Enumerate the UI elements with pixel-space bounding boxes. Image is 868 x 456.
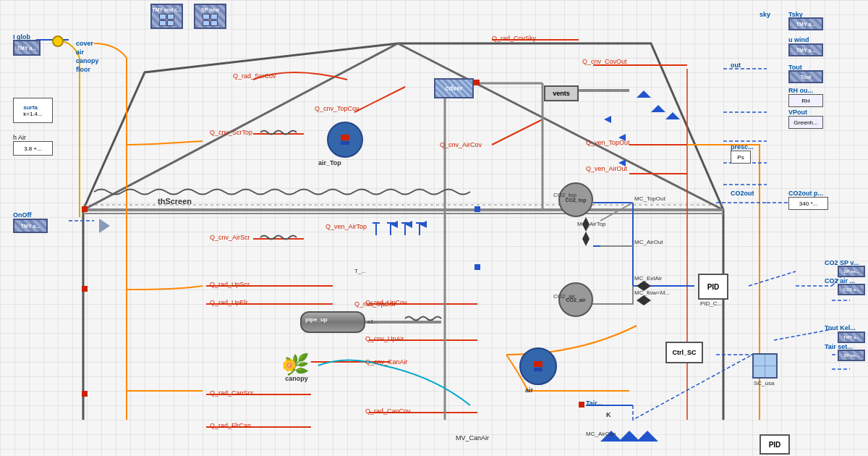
co2-top-text: CO2_top <box>553 192 576 198</box>
co2-top-node[interactable]: CO2_top <box>558 182 593 217</box>
q-cnv-aircov: Q_cnv_AirCov <box>440 141 482 148</box>
svg-rect-16 <box>82 391 88 397</box>
k-val-label: k=1.4... <box>23 111 42 117</box>
surfa-block[interactable]: surfa k=1.4... <box>13 98 53 123</box>
tmy-block-top1-label: TMY and c... <box>152 7 182 12</box>
val340-label: 340 *... <box>799 200 817 207</box>
q-rad-scrcov: Q_rad_ScrCov <box>233 72 276 80</box>
tmy-sky-block[interactable]: TMY a... <box>788 17 823 30</box>
svg-rect-15 <box>82 286 88 292</box>
k-label: K <box>606 411 611 418</box>
tmy-tk-block[interactable]: TMY a... <box>838 332 865 343</box>
sc-usa-block[interactable] <box>752 353 778 379</box>
sp-ne-t-label: SP ne... <box>843 353 859 358</box>
mc-aircan-label: MC_AirCan <box>586 431 616 437</box>
sp-ne-co2-label: SP ne... <box>843 269 859 274</box>
tmy-block-top2-label: SP new <box>201 7 219 12</box>
tair-r-label: Tair... <box>586 400 603 407</box>
svg-marker-25 <box>405 221 412 228</box>
cover-block[interactable]: cdver <box>434 78 474 98</box>
q-ven-airout: Q_ven_AirOut <box>586 165 627 172</box>
canopy-block[interactable]: 🌿 canopy <box>271 355 322 413</box>
pid-bot-block[interactable]: PID <box>760 434 790 455</box>
onoff-arrow <box>99 219 110 233</box>
air-main-label: air <box>525 387 533 394</box>
vents-block[interactable]: vents <box>544 85 579 101</box>
h-air-block[interactable]: 3.8 +... <box>13 141 53 156</box>
q-cnv-topcov: Q_cnv_TopCov <box>315 105 359 112</box>
q-rad-upelr: Q_rad_UpElr <box>210 299 248 306</box>
q-cnv-covout: Q_cnv_CovOut <box>582 58 627 65</box>
ctrl-sc-block[interactable]: Ctrl_SC <box>665 342 703 363</box>
svg-rect-19 <box>475 206 480 212</box>
tout-kel-label: Tout Kel... <box>825 324 856 332</box>
air-top-node[interactable] <box>327 122 363 158</box>
ctrl-sc-label: Ctrl_SC <box>672 349 696 356</box>
sky-label: sky <box>760 11 770 18</box>
canopy-flower: 🌼 <box>282 358 297 372</box>
q-ven-airtop: Q_ven_AirTop <box>326 223 367 230</box>
pid-label: PID <box>707 283 720 291</box>
h-air-val: 3.8 +... <box>24 145 42 152</box>
out-label: out <box>731 62 741 69</box>
tmy-iglo-block[interactable]: TMY a... <box>13 40 41 56</box>
rh-label: RH <box>801 98 810 104</box>
val340-block[interactable]: 340 *... <box>788 197 828 210</box>
co2-air-text: CO2_air <box>553 293 575 300</box>
greenh-block[interactable]: Greenh... <box>788 116 823 129</box>
tmy-tout-label: Tout <box>801 75 812 80</box>
svg-line-1 <box>398 43 723 210</box>
co2-a-block[interactable]: CO2 a... <box>838 284 865 295</box>
tmy-iglo-label: TMY a... <box>17 46 36 51</box>
onoff-label: OnOff <box>13 211 32 219</box>
tmy-tk-label: TMY a... <box>843 335 860 339</box>
tmy-sky-label: TMY a... <box>796 22 815 27</box>
tmy-wind-label: TMY a... <box>796 48 815 53</box>
sc-usa-label: SC_usa <box>754 380 774 387</box>
air-top-label: air_Top <box>318 159 341 166</box>
vpout-label: VPout <box>788 109 807 116</box>
pid-block[interactable]: PID <box>698 274 728 300</box>
co2-air-node[interactable]: CO2_air <box>558 282 593 317</box>
pid-c-label: PID_C... <box>700 300 722 307</box>
q-rad-flrcan: Q_rad_FlrCan <box>210 422 251 429</box>
svg-rect-18 <box>474 80 480 85</box>
q-cnv-scrtop: Q_cnv_ScrTop <box>210 129 252 136</box>
cover-block-label: cdver <box>445 85 462 92</box>
rh-block[interactable]: RH <box>788 94 823 107</box>
canopy-label: canopy <box>271 375 322 382</box>
svg-marker-23 <box>604 116 611 123</box>
sp-ne-t-block[interactable]: SP ne... <box>838 350 865 361</box>
tmy-onoff-block[interactable]: TMY a... <box>13 219 48 233</box>
tmy-block-top1[interactable]: TMY and c... <box>150 4 183 29</box>
co2-a-label: CO2 a... <box>843 287 859 292</box>
tmy-onoff-label: TMY a... <box>21 224 40 229</box>
q-rad-upscr: Q_rad_UpScr <box>210 281 250 288</box>
ps-block[interactable]: Ps <box>731 151 751 164</box>
q-cnv-airscr: Q_cnv_AirScr <box>210 234 250 241</box>
sp-ne-co2-block[interactable]: SP ne... <box>838 266 865 277</box>
co2out-label: CO2out <box>731 190 754 197</box>
q-rad-covsky: Q_rad_CovSky <box>492 35 536 42</box>
pipe-up-text: pipe_up <box>305 316 328 323</box>
q-cnv-upair: Q_cnv_UpAir <box>365 335 404 342</box>
surfa-label: surfa <box>23 104 42 111</box>
pid-bot-label: PID <box>769 441 781 449</box>
q-ven-topout: Q_ven_TopOut <box>586 139 630 146</box>
q-rad-upcov2: Q_rad_UpCov <box>354 300 396 308</box>
tmy-wind-block[interactable]: TMY a... <box>788 43 823 56</box>
ps-label: Ps <box>737 154 744 161</box>
svg-marker-26 <box>420 221 427 228</box>
canopy-label-left: canopy <box>76 57 99 64</box>
simulation-canvas: TMY and c... SP new I glob TMY a... cove… <box>0 0 868 456</box>
vents-label: vents <box>553 90 570 97</box>
thscreen-label: thScreen <box>158 197 192 206</box>
tmy-block-top2[interactable]: SP new <box>194 4 226 29</box>
tmy-tout-block[interactable]: Tout <box>788 70 823 83</box>
air-main-node[interactable] <box>519 347 557 385</box>
t-label: T_... <box>354 268 366 274</box>
svg-marker-35 <box>618 431 640 442</box>
mc-airout-label: MC_AirOut <box>634 239 663 245</box>
svg-marker-27 <box>637 90 651 98</box>
greenh-label: Greenh... <box>793 119 817 126</box>
